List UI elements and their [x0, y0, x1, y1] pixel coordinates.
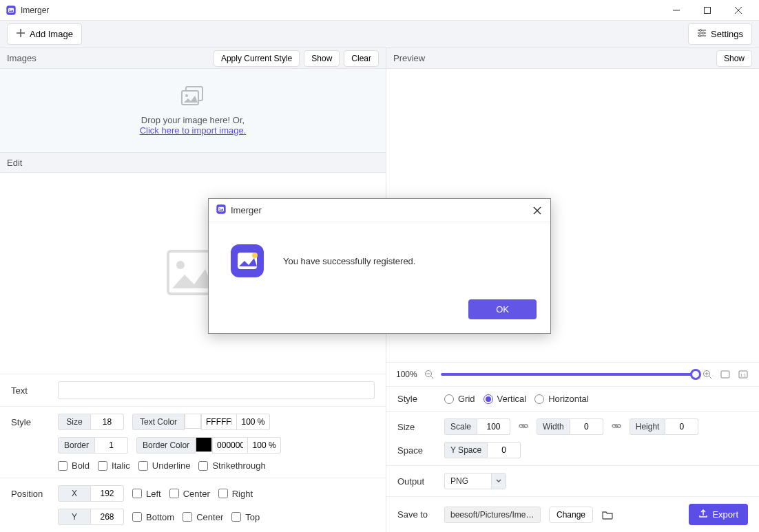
strikethrough-checkbox[interactable]: Strikethrough	[198, 460, 265, 471]
zoom-pct: 100%	[396, 370, 417, 379]
clear-images-button[interactable]: Clear	[344, 50, 379, 67]
actual-size-icon[interactable]: 1:1	[737, 368, 749, 381]
height-input[interactable]	[665, 418, 698, 435]
bordercolor-pct-input[interactable]	[248, 437, 281, 454]
export-label: Export	[712, 509, 738, 520]
link-icon-2[interactable]	[612, 421, 621, 433]
textcolor-swatch[interactable]	[185, 414, 201, 429]
space-label: Space	[397, 445, 436, 456]
svg-point-19	[176, 261, 185, 269]
underline-checkbox[interactable]: Underline	[138, 460, 191, 471]
show-images-button[interactable]: Show	[304, 50, 340, 67]
pos-right-checkbox[interactable]: Right	[218, 489, 253, 499]
pos-left-checkbox[interactable]: Left	[132, 489, 161, 499]
images-title: Images	[7, 53, 209, 63]
bordercolor-swatch[interactable]	[196, 437, 212, 452]
save-path: beesoft/Pictures/Imerger	[444, 507, 541, 523]
settings-label: Settings	[711, 29, 743, 39]
pos-top-checkbox[interactable]: Top	[231, 512, 260, 522]
svg-line-21	[430, 376, 433, 379]
app-icon	[6, 5, 17, 16]
yspace-label: Y Space	[444, 442, 488, 458]
output-format-select[interactable]: PNG	[444, 473, 506, 489]
folder-icon[interactable]	[601, 509, 614, 521]
width-input[interactable]	[570, 418, 603, 435]
width-label: Width	[537, 418, 570, 435]
output-format-value: PNG	[450, 476, 468, 486]
zoom-out-icon[interactable]	[423, 368, 435, 381]
modal-close-icon[interactable]	[531, 204, 543, 217]
fit-screen-icon[interactable]	[719, 368, 731, 381]
bold-checkbox[interactable]: Bold	[58, 460, 90, 471]
zoom-row: 100% 1:1	[386, 362, 759, 386]
modal-message: You have successfully registered.	[283, 256, 415, 266]
export-button[interactable]: Export	[689, 504, 748, 525]
position-label: Position	[11, 489, 50, 499]
output-label: Output	[397, 476, 436, 487]
drop-zone[interactable]: Drop your image here! Or, Click here to …	[0, 69, 386, 152]
scale-input[interactable]	[477, 418, 510, 435]
svg-point-12	[703, 32, 705, 34]
x-input[interactable]	[91, 485, 124, 502]
pos-center1-checkbox[interactable]: Center	[169, 489, 210, 499]
svg-rect-4	[704, 7, 710, 13]
output-section: Output PNG	[386, 465, 759, 496]
edit-header: Edit	[0, 152, 386, 173]
border-input[interactable]	[95, 437, 128, 454]
border-label: Border	[58, 437, 95, 454]
export-icon	[698, 509, 708, 520]
change-path-button[interactable]: Change	[549, 507, 593, 523]
yspace-input[interactable]	[488, 442, 521, 458]
edit-title: Edit	[7, 158, 22, 168]
zoom-in-icon[interactable]	[701, 368, 714, 381]
style-horizontal-radio[interactable]: Horizontal	[534, 394, 589, 404]
pos-bottom-checkbox[interactable]: Bottom	[132, 512, 174, 522]
size-input[interactable]	[91, 414, 124, 430]
modal-title: Imerger	[231, 205, 531, 215]
modal-app-icon	[216, 204, 227, 217]
textcolor-input[interactable]	[201, 414, 237, 430]
zoom-thumb[interactable]	[690, 369, 701, 380]
window-minimize[interactable]	[661, 0, 692, 21]
text-input[interactable]	[58, 381, 375, 399]
textcolor-pct-input[interactable]	[237, 414, 270, 430]
svg-rect-1	[8, 8, 14, 12]
style-grid-radio[interactable]: Grid	[444, 394, 475, 404]
svg-point-41	[252, 253, 258, 258]
sliders-icon	[697, 28, 707, 40]
pos-center2-checkbox[interactable]: Center	[183, 512, 223, 522]
save-label: Save to	[397, 509, 436, 520]
zoom-slider[interactable]	[441, 373, 696, 376]
style-section: Style Size Text Color Border	[0, 406, 386, 478]
apply-style-button[interactable]: Apply Current Style	[214, 50, 300, 67]
app-title: Imerger	[21, 6, 661, 15]
text-label: Text	[11, 385, 50, 396]
drop-text: Drop your image here! Or,	[141, 115, 245, 125]
style-vertical-radio[interactable]: Vertical	[484, 394, 527, 404]
svg-point-2	[9, 9, 10, 10]
right-size-label: Size	[397, 422, 436, 432]
import-link[interactable]: Click here to import image.	[140, 125, 247, 136]
preview-title: Preview	[393, 53, 712, 63]
settings-button[interactable]: Settings	[688, 23, 752, 45]
italic-checkbox[interactable]: Italic	[98, 460, 130, 471]
scale-label: Scale	[444, 418, 477, 435]
image-stack-icon	[180, 85, 205, 108]
link-icon[interactable]	[519, 421, 528, 433]
svg-point-10	[700, 30, 702, 32]
height-label: Height	[630, 418, 666, 435]
bordercolor-input[interactable]	[212, 437, 248, 454]
window-close[interactable]	[722, 0, 753, 21]
style-label: Style	[11, 417, 50, 427]
preview-header: Preview Show	[386, 48, 759, 69]
chevron-down-icon	[491, 474, 506, 489]
y-input[interactable]	[91, 509, 124, 525]
plus-icon	[16, 28, 25, 40]
window-maximize[interactable]	[692, 0, 722, 21]
modal-ok-button[interactable]: OK	[468, 299, 537, 319]
size-label: Size	[58, 414, 91, 430]
preview-show-button[interactable]: Show	[716, 50, 752, 67]
svg-line-24	[709, 376, 712, 379]
svg-point-17	[185, 94, 188, 97]
add-image-button[interactable]: Add Image	[7, 23, 82, 45]
